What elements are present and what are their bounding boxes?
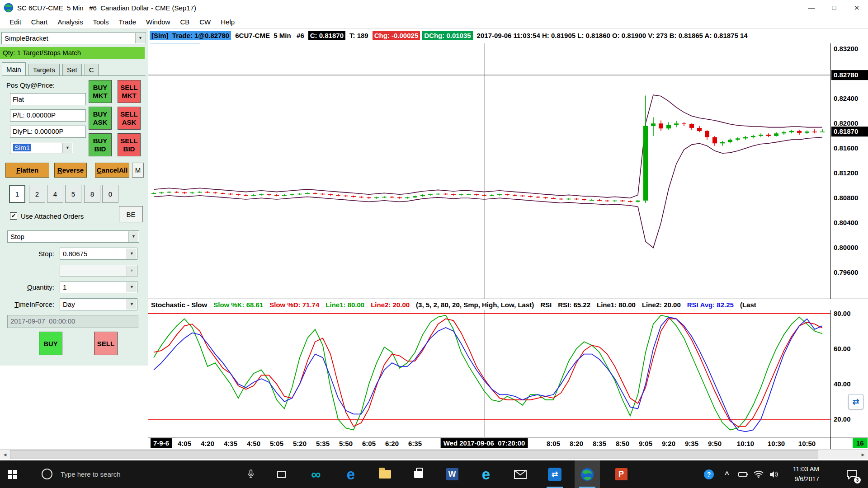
maximize-button[interactable]: □ bbox=[823, 0, 845, 15]
candle bbox=[228, 194, 233, 195]
tab-set[interactable]: Set bbox=[62, 64, 82, 75]
task-view-button[interactable] bbox=[269, 460, 294, 488]
scrollbar-thumb[interactable] bbox=[10, 450, 818, 459]
candle bbox=[782, 132, 786, 134]
buy-bid-button[interactable]: BUY BID bbox=[89, 133, 112, 156]
speaker-icon bbox=[769, 471, 778, 478]
menu-window[interactable]: Window bbox=[141, 18, 175, 26]
scroll-left-icon[interactable]: ◄ bbox=[0, 450, 10, 460]
tab-targets[interactable]: Targets bbox=[28, 64, 60, 75]
sell-button[interactable]: SELL bbox=[94, 332, 118, 355]
scroll-right-icon[interactable]: ► bbox=[858, 450, 868, 460]
menu-cb[interactable]: CB bbox=[175, 18, 194, 26]
menu-trade[interactable]: Trade bbox=[113, 18, 141, 26]
tab-c[interactable]: C bbox=[85, 64, 99, 75]
qty-button-8[interactable]: 8 bbox=[84, 185, 100, 203]
use-attached-checkbox[interactable]: ✔ bbox=[10, 212, 17, 220]
candle bbox=[513, 195, 517, 196]
price-chart[interactable]: 0.796000.800000.804000.808000.812000.816… bbox=[148, 43, 868, 299]
taskbar-app-store[interactable] bbox=[406, 460, 431, 488]
task-view-icon bbox=[277, 471, 286, 478]
taskbar-app-ie[interactable]: e bbox=[473, 460, 499, 488]
sell-mkt-button[interactable]: SELL MKT bbox=[118, 80, 141, 103]
cancel-all-button[interactable]: CancelAll bbox=[95, 163, 129, 178]
buy-mkt-button[interactable]: BUY MKT bbox=[89, 80, 112, 103]
chevron-down-icon[interactable]: ▼ bbox=[62, 143, 72, 153]
sell-ask-button[interactable]: SELL ASK bbox=[118, 107, 141, 130]
qty-button-4[interactable]: 4 bbox=[47, 185, 63, 203]
taskbar-app-word[interactable]: W bbox=[439, 460, 465, 488]
reverse-button[interactable]: Reverse bbox=[54, 163, 87, 178]
chevron-down-icon[interactable]: ▼ bbox=[135, 33, 145, 43]
menu-help[interactable]: Help bbox=[216, 18, 240, 26]
qty-button-2[interactable]: 2 bbox=[29, 185, 45, 203]
taskbar-app-edge[interactable]: e bbox=[338, 460, 363, 488]
battery-tray-icon[interactable] bbox=[736, 460, 750, 488]
quantity-value: 1 bbox=[63, 283, 66, 291]
position-field[interactable] bbox=[10, 93, 86, 105]
be-button[interactable]: BE bbox=[119, 206, 143, 222]
taskbar-app-file-explorer[interactable] bbox=[372, 460, 397, 488]
close-button[interactable]: × bbox=[845, 0, 868, 15]
taskbar-search-input[interactable] bbox=[61, 468, 237, 480]
m-button[interactable]: M bbox=[132, 163, 144, 178]
time-label: 5:35 bbox=[316, 440, 330, 447]
menu-cw[interactable]: CW bbox=[194, 18, 216, 26]
candle bbox=[244, 195, 248, 196]
taskbar-app-remote[interactable]: ⇄ bbox=[542, 460, 567, 488]
order-type-select[interactable]: Stop ▼ bbox=[7, 230, 139, 243]
tab-main[interactable]: Main bbox=[2, 62, 26, 75]
pos-qty-label: Pos Qty@Price: bbox=[6, 81, 55, 89]
stoch-line2: Line2: 20.00 bbox=[371, 301, 410, 309]
tif-select[interactable]: Day ▼ bbox=[60, 298, 137, 310]
account-select[interactable]: Sim1 ▼ bbox=[10, 142, 73, 154]
menu-chart[interactable]: Chart bbox=[26, 18, 53, 26]
chevron-down-icon[interactable]: ▼ bbox=[127, 249, 137, 259]
clock-date: 9/6/2017 bbox=[779, 474, 819, 484]
word-icon: W bbox=[446, 468, 458, 480]
taskbar-app-sierra-chart[interactable] bbox=[575, 460, 600, 488]
candle bbox=[636, 201, 640, 202]
candle bbox=[643, 126, 648, 201]
strategy-select[interactable]: SimpleBracket ▼ bbox=[1, 32, 146, 44]
menu-analysis[interactable]: Analysis bbox=[53, 18, 88, 26]
price-tick-label: 0.82000 bbox=[834, 119, 858, 127]
buy-button[interactable]: BUY bbox=[39, 332, 62, 355]
tray-overflow-button[interactable]: ^ bbox=[721, 460, 733, 488]
chevron-down-icon[interactable]: ▼ bbox=[127, 282, 137, 292]
qty-button-5[interactable]: 5 bbox=[65, 185, 81, 203]
wifi-tray-icon[interactable] bbox=[751, 460, 766, 488]
chevron-down-icon[interactable]: ▼ bbox=[127, 266, 137, 276]
clock-time: 11:03 AM bbox=[779, 465, 819, 474]
stop-price-select[interactable]: 0.80675 ▼ bbox=[60, 248, 137, 260]
candle bbox=[420, 195, 425, 196]
taskbar-clock[interactable]: 11:03 AM 9/6/2017 bbox=[779, 465, 819, 484]
sim-trade-badge: [Sim] Trade: 1@0.82780 bbox=[150, 31, 231, 40]
help-tray-button[interactable]: ? bbox=[701, 460, 717, 488]
qty-button-0[interactable]: 0 bbox=[102, 185, 118, 203]
minimize-button[interactable]: — bbox=[800, 0, 823, 15]
microphone-icon[interactable] bbox=[248, 469, 254, 480]
secondary-price-select[interactable]: ▼ bbox=[60, 265, 137, 277]
action-center-button[interactable]: 3 bbox=[839, 460, 864, 488]
floating-tool-button[interactable]: ⇄ bbox=[848, 394, 863, 409]
search-icon[interactable] bbox=[42, 469, 52, 479]
candle bbox=[613, 201, 617, 202]
qty-button-1[interactable]: 1 bbox=[9, 185, 25, 203]
start-button[interactable] bbox=[0, 460, 25, 488]
taskbar-app-infinity[interactable]: ∞ bbox=[303, 460, 329, 488]
taskbar-app-mail[interactable] bbox=[508, 460, 533, 488]
stochastic-chart[interactable]: 20.0040.0060.0080.00 bbox=[148, 310, 868, 437]
taskbar-app-powerpoint[interactable]: P bbox=[609, 460, 634, 488]
candle bbox=[759, 135, 763, 136]
menu-edit[interactable]: Edit bbox=[5, 18, 26, 26]
buy-ask-button[interactable]: BUY ASK bbox=[89, 107, 112, 130]
chevron-down-icon[interactable]: ▼ bbox=[128, 231, 138, 242]
menu-tools[interactable]: Tools bbox=[88, 18, 113, 26]
flatten-button[interactable]: Flatten bbox=[5, 163, 49, 178]
horizontal-scrollbar[interactable]: ◄ ► bbox=[0, 449, 868, 459]
chevron-down-icon[interactable]: ▼ bbox=[127, 299, 137, 310]
sell-bid-button[interactable]: SELL BID bbox=[118, 133, 141, 156]
candle bbox=[159, 192, 164, 193]
quantity-select[interactable]: 1 ▼ bbox=[60, 281, 137, 293]
